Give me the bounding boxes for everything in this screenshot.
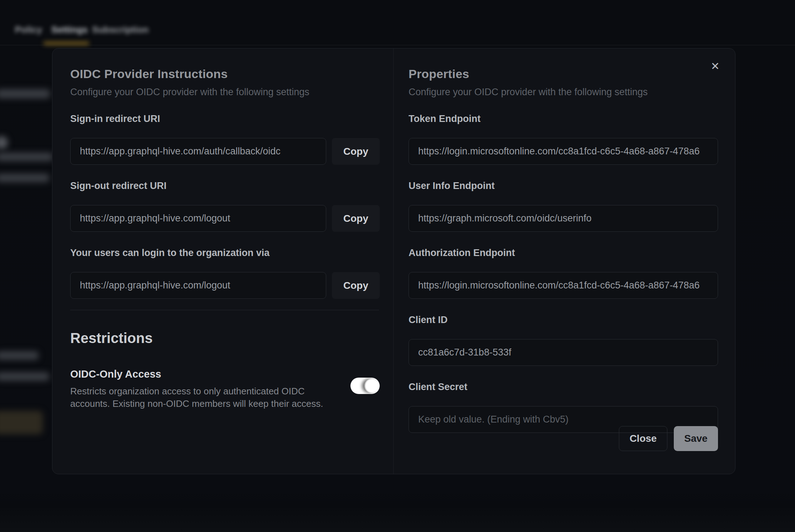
oidc-only-access-label: OIDC-Only Access — [70, 368, 350, 380]
tab-settings[interactable]: Settings — [50, 21, 89, 38]
blurred-background-button — [0, 411, 43, 434]
client-id-input[interactable] — [409, 339, 718, 366]
properties-title: Properties — [409, 67, 718, 81]
blurred-text-line — [0, 351, 39, 360]
sign-out-redirect-label: Sign-out redirect URI — [70, 180, 380, 191]
sign-in-redirect-input[interactable] — [70, 138, 326, 165]
properties-panel: Properties Configure your OIDC provider … — [394, 48, 735, 474]
client-secret-label: Client Secret — [409, 382, 718, 393]
instructions-panel: OIDC Provider Instructions Configure you… — [52, 48, 393, 474]
sign-out-redirect-row: Copy — [70, 205, 380, 232]
authorization-endpoint-input[interactable] — [409, 272, 718, 299]
oidc-only-access-text: OIDC-Only Access Restricts organization … — [70, 368, 350, 410]
oidc-only-access-description: Restricts organization access to only au… — [70, 385, 327, 410]
blurred-text-line — [0, 153, 53, 161]
oidc-only-access-row: OIDC-Only Access Restricts organization … — [70, 368, 380, 410]
sign-out-redirect-input[interactable] — [70, 205, 326, 232]
sign-in-redirect-label: Sign-in redirect URI — [70, 113, 380, 124]
instructions-subtitle: Configure your OIDC provider with the fo… — [70, 87, 380, 98]
copy-login-via-button[interactable]: Copy — [332, 272, 380, 299]
blurred-text-line — [0, 372, 49, 381]
background-tabbar: Policy Settings Subscription — [0, 0, 795, 45]
modal-actions: Close Save — [619, 426, 718, 451]
close-button[interactable]: Close — [619, 426, 667, 451]
login-via-row: Copy — [70, 272, 380, 299]
blurred-text-line — [0, 174, 49, 182]
authorization-endpoint-row — [409, 272, 718, 299]
instructions-title: OIDC Provider Instructions — [70, 67, 380, 81]
login-via-label: Your users can login to the organization… — [70, 247, 380, 259]
oidc-only-access-toggle[interactable] — [350, 378, 380, 394]
section-divider — [70, 310, 379, 310]
authorization-endpoint-label: Authorization Endpoint — [409, 247, 718, 259]
client-id-row — [409, 339, 718, 366]
copy-sign-out-button[interactable]: Copy — [332, 205, 380, 232]
token-endpoint-input[interactable] — [409, 138, 718, 165]
copy-sign-in-button[interactable]: Copy — [332, 138, 380, 165]
user-info-endpoint-input[interactable] — [409, 205, 718, 232]
login-via-input[interactable] — [70, 272, 326, 299]
oidc-provider-modal: ✕ OIDC Provider Instructions Configure y… — [52, 48, 735, 474]
toggle-knob — [364, 379, 379, 393]
active-tab-underline — [43, 42, 89, 45]
sign-in-redirect-row: Copy — [70, 138, 380, 165]
blurred-avatar-dot — [0, 136, 8, 149]
restrictions-title: Restrictions — [70, 330, 380, 346]
save-button[interactable]: Save — [674, 426, 718, 451]
token-endpoint-row — [409, 138, 718, 165]
token-endpoint-label: Token Endpoint — [409, 113, 718, 124]
properties-subtitle: Configure your OIDC provider with the fo… — [409, 87, 718, 98]
tab-subscription[interactable]: Subscription — [94, 21, 146, 38]
user-info-endpoint-label: User Info Endpoint — [409, 180, 718, 191]
tab-policy[interactable]: Policy — [14, 21, 43, 38]
user-info-endpoint-row — [409, 205, 718, 232]
blurred-text-line — [0, 89, 50, 98]
client-id-label: Client ID — [409, 314, 718, 326]
